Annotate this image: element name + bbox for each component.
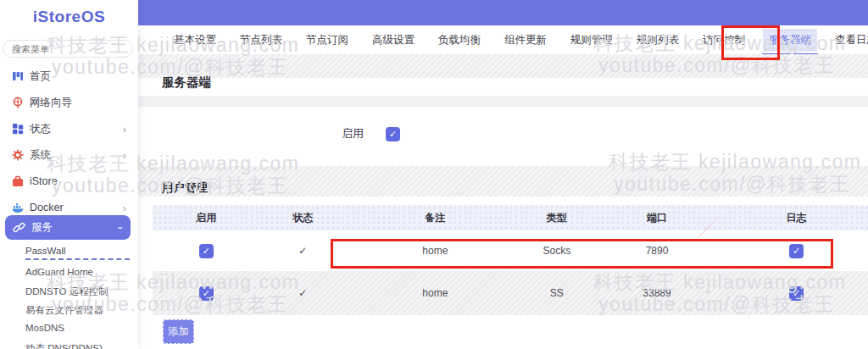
tab-access-control[interactable]: 访问控制	[697, 29, 751, 52]
row-port: 7890	[589, 245, 725, 257]
col-header-type: 类型	[525, 211, 589, 225]
tab-bar: 基本设置 节点列表 节点订阅 高级设置 负载均衡 组件更新 规则管理 规则列表 …	[138, 25, 868, 54]
sidebar-item-status[interactable]: 状态 ›	[0, 118, 138, 140]
network-wizard-icon	[11, 96, 25, 109]
col-header-enable: 启用	[153, 211, 260, 225]
tab-load-balancing[interactable]: 负载均衡	[432, 29, 487, 52]
tab-rule-management[interactable]: 规则管理	[565, 29, 619, 52]
sidebar-subitem-mosdns[interactable]: MosDNS	[25, 323, 131, 333]
tab-node-list[interactable]: 节点列表	[234, 29, 288, 52]
col-header-port: 端口	[589, 211, 725, 225]
sidebar-item-label: 服务	[31, 220, 53, 235]
system-gear-icon	[11, 148, 25, 162]
status-check-icon: ✓	[298, 287, 307, 299]
sidebar-subitem-adguard-home[interactable]: AdGuard Home	[25, 267, 131, 277]
row-log-checkbox[interactable]: ✓	[789, 244, 804, 258]
col-header-remark: 备注	[346, 211, 525, 225]
main-area: 基本设置 节点列表 节点订阅 高级设置 负载均衡 组件更新 规则管理 规则列表 …	[138, 0, 868, 349]
sidebar-item-label: Docker	[30, 202, 64, 213]
row-type: SS	[525, 287, 589, 299]
tab-component-update[interactable]: 组件更新	[498, 29, 553, 52]
tab-rule-list[interactable]: 规则列表	[631, 29, 685, 52]
search-input[interactable]	[3, 40, 133, 58]
table-header-row: 启用 状态 备注 类型 端口 日志	[153, 205, 868, 230]
user-table: 启用 状态 备注 类型 端口 日志 ✓ ✓ home Socks 7890 ✓ …	[153, 205, 868, 315]
app-window: 基本设置 节点列表 节点订阅 高级设置 负载均衡 组件更新 规则管理 规则列表 …	[0, 0, 868, 349]
row-log-checkbox[interactable]: ✓	[789, 286, 804, 301]
tab-node-subscribe[interactable]: 节点订阅	[300, 29, 354, 52]
status-check-icon: ✓	[298, 245, 307, 257]
sidebar-subitem-passwall[interactable]: PassWall	[25, 246, 131, 256]
tab-advanced-settings[interactable]: 高级设置	[366, 29, 420, 52]
sidebar-item-services[interactable]: 服务 ›	[5, 215, 131, 240]
row-type: Socks	[525, 245, 589, 257]
background-band	[138, 166, 868, 197]
row-port: 33889	[589, 287, 725, 299]
docker-whale-icon	[11, 201, 25, 214]
top-purple-bar	[138, 0, 868, 25]
col-header-status: 状态	[260, 211, 346, 225]
sidebar-subitem-ddnsto[interactable]: DDNSTO 远程控制	[25, 285, 131, 298]
row-remark: home	[346, 245, 525, 257]
app-logo: iStoreOS	[0, 8, 138, 26]
page-title: 服务器端	[162, 75, 211, 91]
tab-server-side[interactable]: 服务器端	[763, 29, 817, 52]
background-band	[138, 54, 868, 78]
enable-row: 启用 ✓	[342, 126, 400, 141]
sidebar-item-label: 状态	[30, 122, 51, 136]
col-header-log: 日志	[725, 211, 868, 225]
chevron-right-icon: ›	[123, 149, 126, 162]
sidebar-subitem-ddns[interactable]: 动态 DNS(DDNS)	[25, 342, 131, 349]
active-subitem-underline	[25, 258, 130, 260]
enable-checkbox[interactable]: ✓	[386, 127, 400, 141]
sidebar-item-label: 网络向导	[30, 96, 72, 110]
istore-icon	[11, 174, 25, 188]
chevron-right-icon: ›	[123, 123, 126, 136]
sidebar-item-home[interactable]: 首页	[0, 65, 138, 87]
status-icon	[11, 122, 25, 136]
user-management-title: 用户管理	[162, 180, 208, 196]
sidebar-item-label: 系统	[30, 148, 51, 163]
section-divider	[138, 96, 868, 107]
sidebar-item-label: 首页	[30, 69, 51, 84]
row-enable-checkbox[interactable]: ✓	[199, 244, 214, 258]
sidebar-item-system[interactable]: 系统 ›	[0, 144, 138, 166]
tab-basic-settings[interactable]: 基本设置	[168, 29, 222, 52]
chevron-right-icon: ›	[123, 202, 126, 214]
chevron-down-icon: ›	[114, 226, 126, 230]
services-link-icon	[13, 221, 25, 234]
sidebar-subitem-yiyouyun[interactable]: 易有云文件管理器	[25, 304, 131, 317]
add-button[interactable]: 添加	[163, 319, 194, 344]
sidebar-item-network-wizard[interactable]: 网络向导	[0, 91, 138, 114]
table-row: ✓ ✓ home SS 33889 ✓	[153, 271, 868, 315]
row-enable-checkbox[interactable]: ✓	[199, 286, 214, 301]
enable-label: 启用	[342, 126, 364, 141]
row-remark: home	[346, 287, 525, 299]
table-row: ✓ ✓ home Socks 7890 ✓	[153, 230, 868, 271]
home-icon	[11, 69, 25, 83]
sidebar-item-label: iStore	[30, 175, 58, 187]
sidebar: iStoreOS 首页 网络向导	[0, 0, 138, 349]
tab-view-log[interactable]: 查看日志	[829, 29, 868, 52]
sidebar-item-istore[interactable]: iStore	[0, 170, 138, 192]
